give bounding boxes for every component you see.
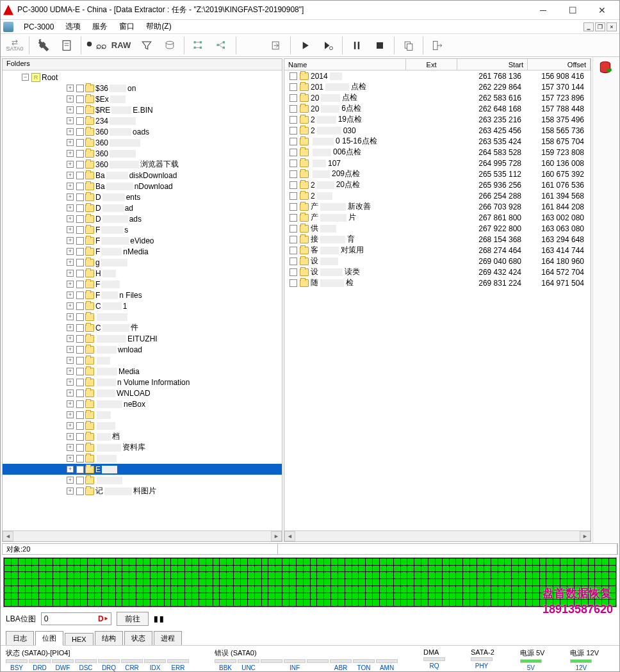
tab-struct[interactable]: 结构 bbox=[95, 631, 123, 645]
db-icon[interactable] bbox=[598, 60, 616, 78]
col-name[interactable]: Name bbox=[284, 59, 406, 70]
tree-item[interactable]: + bbox=[67, 420, 282, 431]
row-checkbox[interactable] bbox=[290, 279, 297, 287]
menu-app[interactable]: PC-3000 bbox=[20, 21, 58, 33]
file-list[interactable]: 2014261 768 136156 908 416201点检262 229 8… bbox=[284, 70, 591, 530]
tree-item[interactable]: +g bbox=[67, 257, 282, 268]
tree-item[interactable]: +E bbox=[3, 464, 282, 475]
export-button[interactable] bbox=[265, 35, 288, 56]
row-checkbox[interactable] bbox=[290, 160, 297, 167]
list-header[interactable]: Name Ext Start Offset bbox=[284, 59, 591, 70]
exit-button[interactable] bbox=[426, 35, 449, 56]
tree-item[interactable]: +$36on bbox=[67, 83, 282, 94]
nodes1-button[interactable] bbox=[187, 35, 210, 56]
list-row[interactable]: 设读类269 432 424164 572 704 bbox=[284, 266, 591, 277]
tree-item[interactable]: + bbox=[67, 409, 282, 420]
list-row[interactable]: 107264 995 728160 136 008 bbox=[284, 158, 591, 168]
tree-item[interactable]: +C1 bbox=[67, 300, 282, 311]
list-row[interactable]: 供267 922 800163 063 080 bbox=[284, 223, 591, 234]
funnel-button[interactable] bbox=[135, 35, 158, 56]
play-button[interactable] bbox=[293, 35, 316, 56]
mdi-close[interactable]: × bbox=[607, 22, 617, 31]
tree-item[interactable]: +360oads bbox=[67, 126, 282, 137]
list-row[interactable]: 设269 040 680164 180 960 bbox=[284, 256, 591, 266]
play-gear-button[interactable] bbox=[316, 35, 339, 56]
col-offset[interactable]: Offset bbox=[528, 59, 591, 70]
row-checkbox[interactable] bbox=[290, 83, 297, 91]
tree-item[interactable]: +FeVideo bbox=[67, 235, 282, 246]
mdi-minimize[interactable]: ‗ bbox=[583, 22, 594, 31]
tree-item[interactable]: +档 bbox=[67, 431, 282, 442]
row-checkbox[interactable] bbox=[290, 203, 297, 211]
list-row[interactable]: 2266 254 288161 394 568 bbox=[284, 190, 591, 201]
list-row[interactable]: 2014261 768 136156 908 416 bbox=[284, 70, 591, 81]
tree-item[interactable]: +FnMedia bbox=[67, 246, 282, 257]
document-button[interactable] bbox=[55, 35, 78, 56]
tree-item[interactable]: +234 bbox=[67, 115, 282, 126]
row-checkbox[interactable] bbox=[290, 116, 297, 124]
tree-item[interactable]: +Media bbox=[67, 366, 282, 377]
row-checkbox[interactable] bbox=[290, 258, 297, 265]
tab-process[interactable]: 进程 bbox=[154, 631, 182, 645]
tree-item[interactable]: +neBox bbox=[67, 398, 282, 409]
menu-window[interactable]: 窗口 bbox=[115, 20, 138, 33]
tree-item[interactable]: +记料图片 bbox=[67, 486, 282, 496]
close-button[interactable]: ✕ bbox=[587, 1, 617, 19]
goto-button[interactable]: 前往 bbox=[117, 612, 149, 626]
pause-button[interactable] bbox=[345, 35, 368, 56]
tree-item[interactable]: +Fn Files bbox=[67, 290, 282, 300]
lba-bitmap[interactable] bbox=[3, 557, 617, 607]
col-ext[interactable]: Ext bbox=[406, 59, 457, 70]
tab-bitmap[interactable]: 位图 bbox=[35, 631, 63, 646]
row-checkbox[interactable] bbox=[290, 236, 297, 243]
tab-hex[interactable]: HEX bbox=[65, 633, 94, 645]
list-row[interactable]: 219点检263 235 216158 375 496 bbox=[284, 114, 591, 125]
folder-tree[interactable]: −RRoot+$36on+$Ex+$REE.BIN+234+360oads+36… bbox=[3, 70, 282, 530]
tree-item[interactable]: +Dads bbox=[67, 213, 282, 224]
list-row[interactable]: 2030263 425 456158 565 736 bbox=[284, 125, 591, 136]
tree-item[interactable]: +Fs bbox=[67, 224, 282, 235]
minimize-button[interactable]: ─ bbox=[528, 1, 558, 19]
tree-item[interactable]: +$Ex bbox=[67, 94, 282, 104]
list-row[interactable]: 209点检265 535 112160 675 392 bbox=[284, 168, 591, 179]
tree-item[interactable]: +EITUZHI bbox=[67, 333, 282, 344]
row-checkbox[interactable] bbox=[290, 225, 297, 233]
tree-item[interactable]: +360 bbox=[67, 137, 282, 148]
list-row[interactable]: 206点检262 648 168157 788 448 bbox=[284, 103, 591, 114]
nodes2-button[interactable] bbox=[210, 35, 233, 56]
list-row[interactable]: 220点检265 936 256161 076 536 bbox=[284, 179, 591, 190]
raw-button[interactable]: RAW bbox=[107, 35, 135, 56]
row-checkbox[interactable] bbox=[290, 138, 297, 145]
search-button[interactable]: ⌕⌕ bbox=[84, 35, 107, 56]
tab-log[interactable]: 日志 bbox=[6, 631, 34, 645]
list-row[interactable]: 006点检264 583 528159 723 808 bbox=[284, 147, 591, 158]
tree-item[interactable]: +BadiskDownload bbox=[67, 170, 282, 181]
list-row[interactable]: 201点检262 229 864157 370 144 bbox=[284, 81, 591, 92]
list-row[interactable]: 接育268 154 368163 294 648 bbox=[284, 234, 591, 245]
row-checkbox[interactable] bbox=[290, 268, 297, 276]
row-checkbox[interactable] bbox=[290, 247, 297, 254]
horizontal-scrollbar[interactable]: ◄► bbox=[284, 530, 591, 541]
tree-item[interactable]: +Dents bbox=[67, 192, 282, 202]
tree-item[interactable]: + bbox=[67, 475, 282, 486]
list-row[interactable]: 产新改善266 703 928161 844 208 bbox=[284, 201, 591, 212]
menu-help[interactable]: 帮助(Z) bbox=[142, 20, 175, 33]
tree-item[interactable]: + bbox=[67, 355, 282, 366]
tree-item[interactable]: + bbox=[67, 453, 282, 464]
list-row[interactable]: 20点检262 583 616157 723 896 bbox=[284, 92, 591, 103]
tree-item[interactable]: +360浏览器下载 bbox=[67, 159, 282, 170]
tree-item[interactable]: +Dad bbox=[67, 202, 282, 213]
tree-item[interactable]: +H bbox=[67, 268, 282, 279]
tab-status[interactable]: 状态 bbox=[124, 631, 152, 645]
copy-button[interactable] bbox=[397, 35, 420, 56]
mdi-restore[interactable]: ❐ bbox=[595, 22, 605, 31]
tools-button[interactable] bbox=[32, 35, 55, 56]
list-row[interactable]: 产片267 861 800163 002 080 bbox=[284, 212, 591, 223]
tree-item[interactable]: +资料库 bbox=[67, 442, 282, 453]
row-checkbox[interactable] bbox=[290, 181, 297, 189]
tree-item[interactable]: +C件 bbox=[67, 322, 282, 333]
row-checkbox[interactable] bbox=[290, 214, 297, 222]
list-row[interactable]: 随检269 831 224164 971 504 bbox=[284, 277, 591, 288]
pause-icon[interactable]: ▮▮ bbox=[154, 614, 165, 623]
row-checkbox[interactable] bbox=[290, 170, 297, 178]
